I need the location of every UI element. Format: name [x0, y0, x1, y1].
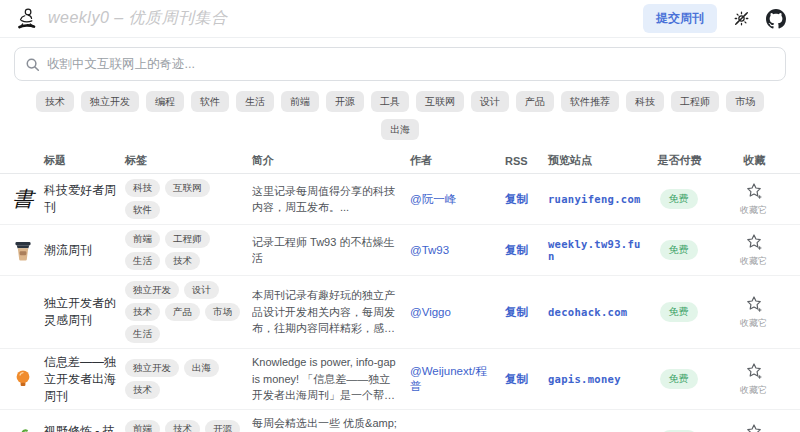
author-cell: @阮一峰 [410, 192, 505, 207]
filter-tag[interactable]: 前端 [281, 91, 319, 112]
favorite-cell: 收藏它 [715, 179, 800, 219]
weekly-row: 视野修炼 - 技术周刊前端技术开源工具知识每周会精选出一些 优质&amp;有趣 … [0, 410, 800, 432]
row-tag-pill[interactable]: 软件 [125, 201, 160, 219]
filter-tag[interactable]: 软件 [191, 91, 229, 112]
weekly-tags: 独立开发出海技术 [125, 359, 252, 399]
free-badge: 免费 [660, 369, 698, 389]
column-header: RSS [505, 155, 548, 167]
theme-toggle-sun-slash-icon[interactable] [733, 10, 750, 27]
row-tag-pill[interactable]: 工程师 [165, 230, 210, 248]
author-link[interactable]: @Tw93 [410, 244, 449, 256]
row-tag-pill[interactable]: 生活 [125, 252, 160, 270]
rss-copy-link[interactable]: 复制 [505, 306, 528, 318]
author-link[interactable]: @Viggo [410, 306, 451, 318]
rss-copy-link[interactable]: 复制 [505, 193, 528, 205]
favorite-label[interactable]: 收藏它 [740, 384, 767, 397]
table-body: 書科技爱好者周刊科技互联网软件这里记录每周值得分享的科技内容，周五发布。...@… [0, 174, 800, 432]
author-cell: @Viggo [410, 306, 505, 318]
row-tag-pill[interactable]: 设计 [184, 281, 219, 299]
site-cell: decohack.com [548, 306, 650, 318]
favorite-label[interactable]: 收藏它 [740, 317, 767, 330]
site-link[interactable]: gapis.money [548, 373, 621, 385]
column-header: 简介 [252, 153, 410, 168]
weekly-title: 科技爱好者周刊 [44, 182, 125, 216]
filter-tag[interactable]: 互联网 [416, 91, 464, 112]
search-icon [25, 57, 40, 72]
site-link[interactable]: ruanyifeng.com [548, 193, 641, 205]
weekly-intro: Knowledge is power, info-gap is money! 「… [252, 354, 410, 404]
site-cell: weekly.tw93.fun [548, 238, 650, 262]
row-tag-pill[interactable]: 开源 [205, 420, 240, 432]
row-tag-pill[interactable]: 前端 [125, 230, 160, 248]
weekly-title: 独立开发者的灵感周刊 [44, 295, 125, 329]
app-header: weekly0 – 优质周刊集合 提交周刊 [0, 0, 800, 38]
rss-cell: 复制 [505, 192, 548, 207]
favorite-cell: 收藏它 [715, 415, 800, 432]
author-link[interactable]: @Weijunext/程普 [410, 365, 487, 392]
filter-tag[interactable]: 工具 [371, 91, 409, 112]
filter-tag[interactable]: 软件推荐 [561, 91, 619, 112]
author-cell: @Tw93 [410, 244, 505, 256]
row-tag-pill[interactable]: 独立开发 [125, 359, 179, 377]
filter-tag[interactable]: 产品 [516, 91, 554, 112]
site-link[interactable]: decohack.com [548, 306, 627, 318]
weekly0-app: weekly0 – 优质周刊集合 提交周刊 [0, 0, 800, 432]
rss-copy-link[interactable]: 复制 [505, 244, 528, 256]
tag-filter-bar: 技术独立开发编程软件生活前端开源工具互联网设计产品软件推荐科技工程师市场出海 [0, 91, 800, 140]
row-tag-pill[interactable]: 技术 [125, 381, 160, 399]
free-badge: 免费 [660, 189, 698, 209]
star-add-icon[interactable] [744, 181, 764, 201]
star-add-icon[interactable] [744, 361, 764, 381]
site-cell: gapis.money [548, 373, 650, 385]
star-add-icon[interactable] [744, 422, 764, 432]
coffee-cup-avatar [9, 236, 37, 264]
row-tag-pill[interactable]: 技术 [125, 303, 160, 321]
favorite-label[interactable]: 收藏它 [740, 255, 767, 268]
submit-weekly-button[interactable]: 提交周刊 [643, 4, 717, 33]
search-input[interactable] [47, 57, 775, 71]
site-cell: ruanyifeng.com [548, 193, 650, 205]
star-add-icon[interactable] [744, 294, 764, 314]
filter-tag[interactable]: 出海 [381, 119, 419, 140]
rss-copy-link[interactable]: 复制 [505, 373, 528, 385]
filter-tag[interactable]: 工程师 [671, 91, 719, 112]
favorite-label[interactable]: 收藏它 [740, 204, 767, 217]
row-tag-pill[interactable]: 产品 [165, 303, 200, 321]
filter-tag[interactable]: 科技 [626, 91, 664, 112]
site-link[interactable]: weekly.tw93.fun [548, 238, 641, 262]
weekly-title: 信息差——独立开发者出海周刊 [44, 354, 125, 404]
filter-tag[interactable]: 生活 [236, 91, 274, 112]
row-tag-pill[interactable]: 独立开发 [125, 281, 179, 299]
search-section [0, 38, 800, 81]
github-icon[interactable] [766, 9, 786, 29]
row-tag-pill[interactable]: 出海 [184, 359, 219, 377]
favorite-cell: 收藏它 [715, 354, 800, 404]
weekly-row: 潮流周刊前端工程师生活技术记录工程师 Tw93 的不枯燥生活@Tw93复制wee… [0, 225, 800, 276]
weekly-table: 标题标签简介作者RSS预览站点是否付费收藏 書科技爱好者周刊科技互联网软件这里记… [0, 148, 800, 432]
paid-cell: 免费 [650, 189, 715, 209]
row-tag-pill[interactable]: 技术 [165, 252, 200, 270]
filter-tag[interactable]: 技术 [36, 91, 74, 112]
row-tag-pill[interactable]: 科技 [125, 179, 160, 197]
weekly-row: 独立开发者的灵感周刊独立开发设计技术产品市场生活本周刊记录有趣好玩的独立产品设计… [0, 276, 800, 349]
column-header: 预览站点 [548, 153, 650, 168]
filter-tag[interactable]: 市场 [726, 91, 764, 112]
search-box[interactable] [14, 47, 786, 81]
filter-tag[interactable]: 开源 [326, 91, 364, 112]
column-header: 是否付费 [650, 153, 715, 168]
calligraphy-book-avatar: 書 [9, 185, 37, 213]
row-tag-pill[interactable]: 市场 [205, 303, 240, 321]
rss-cell: 复制 [505, 372, 548, 387]
filter-tag[interactable]: 独立开发 [81, 91, 139, 112]
filter-tag[interactable]: 编程 [146, 91, 184, 112]
row-tag-pill[interactable]: 互联网 [165, 179, 210, 197]
author-link[interactable]: @阮一峰 [410, 193, 456, 205]
weekly-intro: 记录工程师 Tw93 的不枯燥生活 [252, 234, 410, 267]
row-tag-pill[interactable]: 生活 [125, 325, 160, 343]
star-add-icon[interactable] [744, 232, 764, 252]
filter-tag[interactable]: 设计 [471, 91, 509, 112]
column-header: 收藏 [715, 153, 800, 168]
column-header: 标题 [44, 153, 125, 168]
row-tag-pill[interactable]: 技术 [165, 420, 200, 432]
row-tag-pill[interactable]: 前端 [125, 420, 160, 432]
